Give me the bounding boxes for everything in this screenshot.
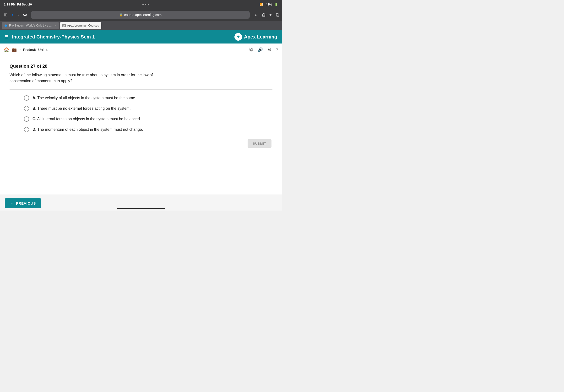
apex-logo: ⚜ Apex Learning bbox=[234, 33, 277, 41]
radio-b[interactable] bbox=[24, 106, 29, 111]
previous-button[interactable]: ← PREVIOUS bbox=[5, 198, 41, 208]
tab-bar: 🔷 Filo Student: World's Only Live Instan… bbox=[0, 21, 282, 30]
briefcase-icon[interactable]: 💼 bbox=[12, 47, 17, 52]
option-b[interactable]: B. There must be no external forces acti… bbox=[24, 106, 273, 111]
course-header: ☰ Integrated Chemistry-Physics Sem 1 ⚜ A… bbox=[0, 30, 282, 43]
course-header-left: ☰ Integrated Chemistry-Physics Sem 1 bbox=[5, 34, 95, 40]
filo-tab-close[interactable]: ✕ bbox=[55, 24, 57, 27]
url-display: course.apexlearning.com bbox=[124, 13, 162, 17]
back-button[interactable]: ‹ bbox=[11, 13, 14, 17]
browser-actions: ⎙ + ⧉ bbox=[262, 12, 279, 18]
previous-label: PREVIOUS bbox=[16, 201, 36, 205]
option-d-label: D. The momentum of each object in the sy… bbox=[32, 127, 143, 132]
audio-icon[interactable]: 🔊 bbox=[258, 47, 263, 52]
translate-icon[interactable]: 译 bbox=[249, 47, 253, 53]
filo-tab-favicon: 🔷 bbox=[4, 24, 8, 27]
filo-tab-label: Filo Student: World's Only Live Instant … bbox=[9, 24, 52, 27]
options-list: A. The velocity of all objects in the sy… bbox=[24, 95, 273, 132]
browser-chrome: ⊞ ‹ › AA 🔒 course.apexlearning.com ↻ ⎙ +… bbox=[0, 9, 282, 21]
sub-header: 🏠 💼 ↑ Pretest: Unit 4 译 🔊 🖨 ? bbox=[0, 43, 282, 56]
pretest-label: ↑ Pretest: Unit 4 bbox=[19, 48, 48, 52]
status-center-dots bbox=[142, 4, 149, 5]
address-bar[interactable]: 🔒 course.apexlearning.com bbox=[31, 11, 250, 19]
option-d[interactable]: D. The momentum of each object in the sy… bbox=[24, 127, 273, 132]
pretest-title: Pretest: bbox=[23, 48, 36, 52]
option-a[interactable]: A. The velocity of all objects in the sy… bbox=[24, 95, 273, 101]
share-button[interactable]: ⎙ bbox=[262, 12, 265, 18]
home-bar bbox=[117, 208, 165, 209]
help-icon[interactable]: ? bbox=[276, 47, 278, 52]
option-b-text: There must be no external forces acting … bbox=[37, 106, 130, 111]
forward-button[interactable]: › bbox=[16, 13, 20, 17]
menu-icon[interactable]: ☰ bbox=[5, 34, 9, 40]
time-display: 1:18 PM bbox=[4, 3, 15, 6]
new-tab-button[interactable]: + bbox=[269, 12, 272, 18]
option-d-text: The momentum of each object in the syste… bbox=[37, 127, 143, 131]
option-c-label: C. All internal forces on objects in the… bbox=[32, 117, 141, 121]
sub-header-right: 译 🔊 🖨 ? bbox=[249, 47, 278, 53]
option-c-text: All internal forces on objects in the sy… bbox=[37, 117, 141, 121]
apex-tab-label: Apex Learning - Courses bbox=[67, 24, 99, 27]
tab-apex[interactable]: A Apex Learning - Courses bbox=[60, 22, 101, 29]
status-right: 📶 43% 🔋 bbox=[260, 3, 278, 6]
main-content: Question 27 of 28 Which of the following… bbox=[0, 56, 282, 195]
apex-logo-icon: ⚜ bbox=[234, 33, 242, 41]
apex-logo-text: Apex Learning bbox=[244, 34, 277, 40]
question-divider bbox=[10, 89, 273, 90]
question-header: Question 27 of 28 bbox=[10, 64, 273, 69]
text-size-button[interactable]: AA bbox=[23, 13, 27, 17]
date-display: Fri Sep 20 bbox=[17, 3, 32, 6]
apex-tab-badge: A bbox=[62, 24, 66, 27]
wifi-icon: 📶 bbox=[260, 3, 263, 6]
battery-display: 43% bbox=[266, 3, 272, 6]
submit-button[interactable]: SUBMIT bbox=[248, 139, 272, 148]
radio-a[interactable] bbox=[24, 95, 29, 101]
prev-arrow-icon: ← bbox=[10, 201, 14, 205]
bottom-nav: ← PREVIOUS bbox=[0, 195, 282, 210]
status-bar: 1:18 PM Fri Sep 20 📶 43% 🔋 bbox=[0, 0, 282, 9]
radio-c[interactable] bbox=[24, 116, 29, 122]
sub-header-left: 🏠 💼 ↑ Pretest: Unit 4 bbox=[4, 47, 48, 52]
option-a-text: The velocity of all objects in the syste… bbox=[37, 96, 136, 100]
tabs-button[interactable]: ⧉ bbox=[276, 12, 279, 18]
sidebar-toggle-button[interactable]: ⊞ bbox=[3, 12, 8, 17]
pretest-unit: Unit 4 bbox=[38, 48, 48, 52]
reload-button[interactable]: ↻ bbox=[253, 12, 260, 18]
home-icon[interactable]: 🏠 bbox=[4, 47, 9, 52]
submit-area: SUBMIT bbox=[10, 139, 273, 148]
option-b-label: B. There must be no external forces acti… bbox=[32, 106, 131, 111]
option-c[interactable]: C. All internal forces on objects in the… bbox=[24, 116, 273, 122]
browser-nav: ⊞ ‹ › bbox=[3, 12, 20, 17]
status-left: 1:18 PM Fri Sep 20 bbox=[4, 3, 32, 6]
tab-filo[interactable]: 🔷 Filo Student: World's Only Live Instan… bbox=[2, 22, 59, 29]
question-text: Which of the following statements must b… bbox=[10, 72, 158, 84]
battery-icon: 🔋 bbox=[274, 3, 278, 6]
up-arrow-icon: ↑ bbox=[19, 48, 21, 52]
print-icon[interactable]: 🖨 bbox=[267, 47, 272, 52]
option-a-label: A. The velocity of all objects in the sy… bbox=[32, 96, 136, 100]
lock-icon: 🔒 bbox=[119, 13, 123, 16]
radio-d[interactable] bbox=[24, 127, 29, 132]
course-title: Integrated Chemistry-Physics Sem 1 bbox=[12, 34, 95, 40]
